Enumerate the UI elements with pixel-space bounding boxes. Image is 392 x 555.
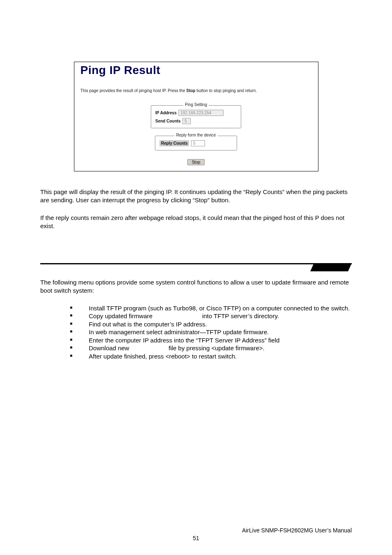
reply-counts-input[interactable]: 5	[191, 140, 205, 146]
stop-button[interactable]: Stop	[187, 159, 205, 165]
paragraph-3: The following menu options provide some …	[40, 278, 352, 295]
send-counts-input[interactable]: 5	[182, 118, 191, 124]
ping-result-screenshot: Ping IP Result This page provides the re…	[74, 62, 318, 171]
footer-model: AirLive SNMP-FSH2602MG User’s Manual	[242, 527, 352, 534]
ip-address-input[interactable]: 192.168.223.254	[178, 110, 224, 116]
list-item: Install TFTP program (such as Turbo98, o…	[70, 304, 352, 312]
ping-setting-group: Ping Setting IP Address 192.168.223.254 …	[151, 105, 241, 128]
ip-address-label: IP Address	[155, 111, 177, 115]
list-item: Download new file by pressing <update fi…	[70, 344, 352, 352]
divider-tab-icon	[310, 263, 352, 271]
panel-title: Ping IP Result	[81, 64, 312, 77]
footer-page-number: 51	[193, 535, 199, 541]
ping-setting-legend: Ping Setting	[183, 102, 209, 107]
panel-subtitle: This page provides the result of pinging…	[81, 88, 312, 93]
reply-group: Reply form the device Reply Counts 5	[155, 136, 237, 150]
list-item: After update finished, press <reboot> to…	[70, 352, 352, 361]
section-divider	[40, 263, 352, 264]
reply-legend: Reply form the device	[175, 133, 218, 137]
list-item: In web management select administrator—T…	[70, 328, 352, 336]
reply-counts-label: Reply Counts	[159, 140, 189, 146]
paragraph-1: This page will display the result of the…	[40, 188, 352, 205]
list-item: Copy updated firmware into TFTP server’s…	[70, 312, 352, 320]
list-item: Find out what is the computer’s IP addre…	[70, 320, 352, 328]
list-item: Enter the computer IP address into the “…	[70, 336, 352, 345]
send-counts-label: Send Counts	[155, 119, 181, 123]
paragraph-2: If the reply counts remain zero after we…	[40, 214, 352, 231]
bullet-list: Install TFTP program (such as Turbo98, o…	[70, 304, 352, 361]
